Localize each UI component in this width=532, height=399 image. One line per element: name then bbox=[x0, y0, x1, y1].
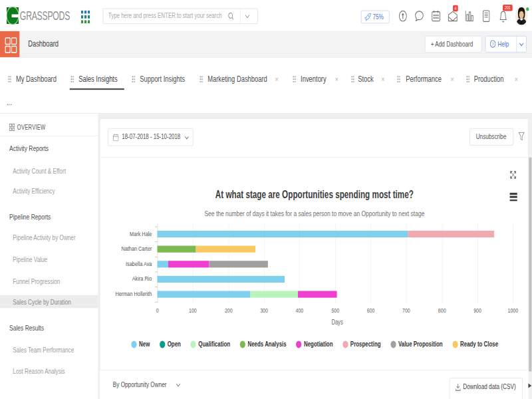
svg-text:?: ? bbox=[492, 41, 494, 47]
